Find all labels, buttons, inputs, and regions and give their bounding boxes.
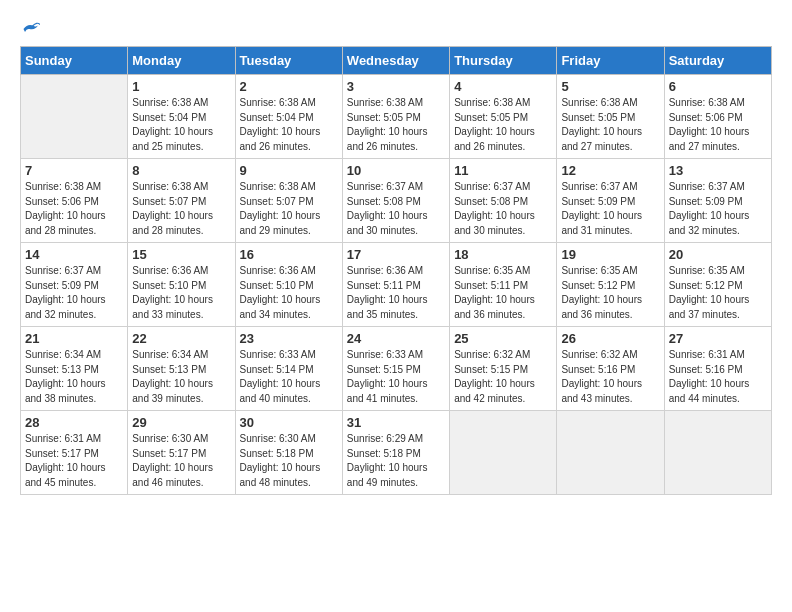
calendar-cell: 18Sunrise: 6:35 AM Sunset: 5:11 PM Dayli…	[450, 243, 557, 327]
calendar-cell: 12Sunrise: 6:37 AM Sunset: 5:09 PM Dayli…	[557, 159, 664, 243]
day-number: 20	[669, 247, 767, 262]
calendar-cell: 17Sunrise: 6:36 AM Sunset: 5:11 PM Dayli…	[342, 243, 449, 327]
day-number: 18	[454, 247, 552, 262]
day-number: 7	[25, 163, 123, 178]
day-info: Sunrise: 6:33 AM Sunset: 5:15 PM Dayligh…	[347, 348, 445, 406]
weekday-header-tuesday: Tuesday	[235, 47, 342, 75]
calendar-cell: 28Sunrise: 6:31 AM Sunset: 5:17 PM Dayli…	[21, 411, 128, 495]
day-info: Sunrise: 6:35 AM Sunset: 5:12 PM Dayligh…	[669, 264, 767, 322]
day-number: 28	[25, 415, 123, 430]
day-number: 4	[454, 79, 552, 94]
weekday-header-sunday: Sunday	[21, 47, 128, 75]
calendar-cell: 7Sunrise: 6:38 AM Sunset: 5:06 PM Daylig…	[21, 159, 128, 243]
day-number: 11	[454, 163, 552, 178]
day-number: 24	[347, 331, 445, 346]
day-info: Sunrise: 6:31 AM Sunset: 5:16 PM Dayligh…	[669, 348, 767, 406]
weekday-header-saturday: Saturday	[664, 47, 771, 75]
day-number: 22	[132, 331, 230, 346]
day-info: Sunrise: 6:38 AM Sunset: 5:07 PM Dayligh…	[240, 180, 338, 238]
day-number: 26	[561, 331, 659, 346]
day-number: 2	[240, 79, 338, 94]
day-info: Sunrise: 6:35 AM Sunset: 5:12 PM Dayligh…	[561, 264, 659, 322]
day-info: Sunrise: 6:31 AM Sunset: 5:17 PM Dayligh…	[25, 432, 123, 490]
calendar-cell	[557, 411, 664, 495]
calendar-cell: 9Sunrise: 6:38 AM Sunset: 5:07 PM Daylig…	[235, 159, 342, 243]
day-number: 31	[347, 415, 445, 430]
day-info: Sunrise: 6:37 AM Sunset: 5:09 PM Dayligh…	[25, 264, 123, 322]
day-info: Sunrise: 6:30 AM Sunset: 5:18 PM Dayligh…	[240, 432, 338, 490]
weekday-header-monday: Monday	[128, 47, 235, 75]
calendar-cell: 27Sunrise: 6:31 AM Sunset: 5:16 PM Dayli…	[664, 327, 771, 411]
calendar-cell: 21Sunrise: 6:34 AM Sunset: 5:13 PM Dayli…	[21, 327, 128, 411]
day-number: 27	[669, 331, 767, 346]
calendar-week-row: 1Sunrise: 6:38 AM Sunset: 5:04 PM Daylig…	[21, 75, 772, 159]
day-info: Sunrise: 6:38 AM Sunset: 5:06 PM Dayligh…	[25, 180, 123, 238]
day-number: 10	[347, 163, 445, 178]
day-info: Sunrise: 6:38 AM Sunset: 5:06 PM Dayligh…	[669, 96, 767, 154]
calendar-cell: 26Sunrise: 6:32 AM Sunset: 5:16 PM Dayli…	[557, 327, 664, 411]
calendar-cell: 10Sunrise: 6:37 AM Sunset: 5:08 PM Dayli…	[342, 159, 449, 243]
calendar-cell	[664, 411, 771, 495]
calendar-week-row: 14Sunrise: 6:37 AM Sunset: 5:09 PM Dayli…	[21, 243, 772, 327]
calendar-week-row: 21Sunrise: 6:34 AM Sunset: 5:13 PM Dayli…	[21, 327, 772, 411]
calendar-cell: 8Sunrise: 6:38 AM Sunset: 5:07 PM Daylig…	[128, 159, 235, 243]
day-number: 3	[347, 79, 445, 94]
calendar-cell: 5Sunrise: 6:38 AM Sunset: 5:05 PM Daylig…	[557, 75, 664, 159]
day-info: Sunrise: 6:29 AM Sunset: 5:18 PM Dayligh…	[347, 432, 445, 490]
calendar-cell: 2Sunrise: 6:38 AM Sunset: 5:04 PM Daylig…	[235, 75, 342, 159]
calendar-cell	[450, 411, 557, 495]
calendar-cell: 13Sunrise: 6:37 AM Sunset: 5:09 PM Dayli…	[664, 159, 771, 243]
day-number: 6	[669, 79, 767, 94]
calendar-cell: 1Sunrise: 6:38 AM Sunset: 5:04 PM Daylig…	[128, 75, 235, 159]
calendar-cell: 4Sunrise: 6:38 AM Sunset: 5:05 PM Daylig…	[450, 75, 557, 159]
day-number: 21	[25, 331, 123, 346]
day-info: Sunrise: 6:33 AM Sunset: 5:14 PM Dayligh…	[240, 348, 338, 406]
calendar-cell: 16Sunrise: 6:36 AM Sunset: 5:10 PM Dayli…	[235, 243, 342, 327]
weekday-header-friday: Friday	[557, 47, 664, 75]
calendar-cell: 30Sunrise: 6:30 AM Sunset: 5:18 PM Dayli…	[235, 411, 342, 495]
day-info: Sunrise: 6:34 AM Sunset: 5:13 PM Dayligh…	[132, 348, 230, 406]
day-number: 8	[132, 163, 230, 178]
day-number: 12	[561, 163, 659, 178]
calendar-cell: 20Sunrise: 6:35 AM Sunset: 5:12 PM Dayli…	[664, 243, 771, 327]
day-info: Sunrise: 6:38 AM Sunset: 5:05 PM Dayligh…	[561, 96, 659, 154]
day-info: Sunrise: 6:38 AM Sunset: 5:04 PM Dayligh…	[132, 96, 230, 154]
calendar-cell: 19Sunrise: 6:35 AM Sunset: 5:12 PM Dayli…	[557, 243, 664, 327]
day-info: Sunrise: 6:38 AM Sunset: 5:07 PM Dayligh…	[132, 180, 230, 238]
day-number: 23	[240, 331, 338, 346]
calendar-cell: 15Sunrise: 6:36 AM Sunset: 5:10 PM Dayli…	[128, 243, 235, 327]
day-info: Sunrise: 6:37 AM Sunset: 5:08 PM Dayligh…	[454, 180, 552, 238]
day-info: Sunrise: 6:37 AM Sunset: 5:09 PM Dayligh…	[561, 180, 659, 238]
day-number: 14	[25, 247, 123, 262]
day-info: Sunrise: 6:38 AM Sunset: 5:05 PM Dayligh…	[454, 96, 552, 154]
calendar-table: SundayMondayTuesdayWednesdayThursdayFrid…	[20, 46, 772, 495]
day-info: Sunrise: 6:38 AM Sunset: 5:04 PM Dayligh…	[240, 96, 338, 154]
day-info: Sunrise: 6:37 AM Sunset: 5:08 PM Dayligh…	[347, 180, 445, 238]
day-info: Sunrise: 6:36 AM Sunset: 5:10 PM Dayligh…	[240, 264, 338, 322]
weekday-header-thursday: Thursday	[450, 47, 557, 75]
day-info: Sunrise: 6:34 AM Sunset: 5:13 PM Dayligh…	[25, 348, 123, 406]
logo	[20, 20, 40, 38]
page-header	[20, 20, 772, 38]
day-number: 5	[561, 79, 659, 94]
calendar-cell	[21, 75, 128, 159]
day-number: 17	[347, 247, 445, 262]
weekday-header-row: SundayMondayTuesdayWednesdayThursdayFrid…	[21, 47, 772, 75]
day-info: Sunrise: 6:30 AM Sunset: 5:17 PM Dayligh…	[132, 432, 230, 490]
day-number: 1	[132, 79, 230, 94]
day-number: 29	[132, 415, 230, 430]
calendar-cell: 24Sunrise: 6:33 AM Sunset: 5:15 PM Dayli…	[342, 327, 449, 411]
day-number: 19	[561, 247, 659, 262]
day-info: Sunrise: 6:32 AM Sunset: 5:16 PM Dayligh…	[561, 348, 659, 406]
calendar-week-row: 7Sunrise: 6:38 AM Sunset: 5:06 PM Daylig…	[21, 159, 772, 243]
calendar-cell: 29Sunrise: 6:30 AM Sunset: 5:17 PM Dayli…	[128, 411, 235, 495]
day-number: 25	[454, 331, 552, 346]
day-info: Sunrise: 6:37 AM Sunset: 5:09 PM Dayligh…	[669, 180, 767, 238]
calendar-cell: 23Sunrise: 6:33 AM Sunset: 5:14 PM Dayli…	[235, 327, 342, 411]
day-number: 13	[669, 163, 767, 178]
day-number: 9	[240, 163, 338, 178]
calendar-cell: 22Sunrise: 6:34 AM Sunset: 5:13 PM Dayli…	[128, 327, 235, 411]
day-info: Sunrise: 6:32 AM Sunset: 5:15 PM Dayligh…	[454, 348, 552, 406]
day-number: 15	[132, 247, 230, 262]
logo-bird-icon	[22, 20, 40, 38]
